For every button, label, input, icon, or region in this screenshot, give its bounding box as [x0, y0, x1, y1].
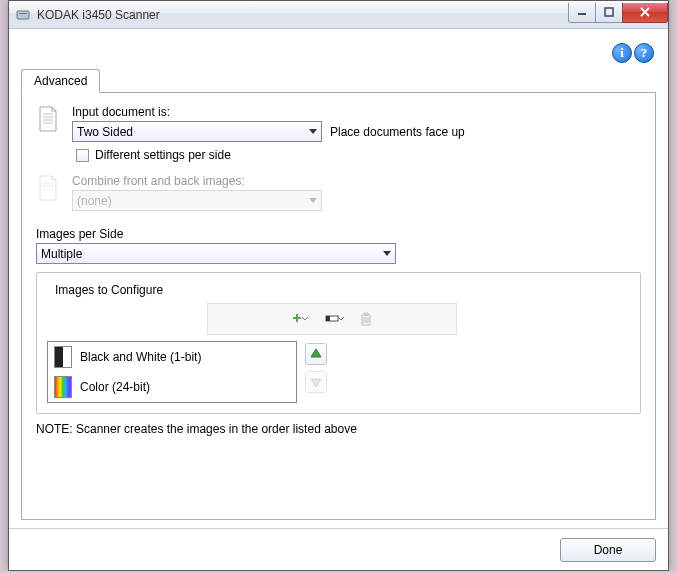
reorder-buttons	[305, 343, 327, 393]
mode-button[interactable]	[321, 308, 351, 330]
add-button[interactable]	[287, 308, 317, 330]
different-settings-row: Different settings per side	[76, 148, 641, 162]
app-icon	[15, 7, 31, 23]
minimize-button[interactable]	[568, 3, 596, 23]
input-document-select[interactable]: Two Sided	[72, 121, 322, 142]
tab-strip: Advanced	[21, 69, 656, 93]
list-item-label: Black and White (1-bit)	[80, 350, 201, 364]
footer: Done	[9, 528, 668, 570]
combine-label: Combine front and back images:	[72, 174, 641, 188]
bw-thumb-icon	[54, 346, 72, 368]
svg-rect-3	[605, 8, 613, 16]
document-icon	[36, 174, 60, 202]
maximize-button[interactable]	[595, 3, 623, 23]
list-item-label: Color (24-bit)	[80, 380, 150, 394]
tab-advanced[interactable]: Advanced	[21, 69, 100, 93]
help-icon[interactable]: ?	[634, 43, 654, 63]
svg-rect-0	[17, 11, 29, 19]
images-per-side-label: Images per Side	[36, 227, 641, 241]
client-area: i ? Advanced Input document is: Two Side…	[9, 29, 668, 528]
svg-rect-12	[326, 316, 330, 321]
delete-button[interactable]	[355, 308, 377, 330]
configure-list-area: Black and White (1-bit) Color (24-bit)	[47, 341, 630, 403]
svg-rect-1	[19, 13, 27, 14]
move-up-button[interactable]	[305, 343, 327, 365]
header-icons: i ?	[612, 43, 654, 63]
document-icon	[36, 105, 60, 133]
different-settings-checkbox[interactable]	[76, 149, 89, 162]
images-per-side-select-wrap: Multiple	[36, 243, 396, 264]
different-settings-label: Different settings per side	[95, 148, 231, 162]
images-per-side-select[interactable]: Multiple	[36, 243, 396, 264]
configure-listbox[interactable]: Black and White (1-bit) Color (24-bit)	[47, 341, 297, 403]
combine-select: (none)	[72, 190, 322, 211]
close-button[interactable]	[622, 3, 668, 23]
input-document-select-wrap: Two Sided	[72, 121, 322, 142]
window-title: KODAK i3450 Scanner	[37, 8, 569, 22]
order-note: NOTE: Scanner creates the images in the …	[36, 422, 641, 436]
window-buttons	[569, 3, 668, 23]
color-thumb-icon	[54, 376, 72, 398]
tab-body: Input document is: Two Sided Place docum…	[21, 93, 656, 520]
info-icon[interactable]: i	[612, 43, 632, 63]
input-document-label: Input document is:	[72, 105, 641, 119]
svg-rect-2	[578, 13, 586, 15]
move-down-button[interactable]	[305, 371, 327, 393]
configure-toolbar	[207, 303, 457, 335]
combine-select-wrap: (none)	[72, 190, 322, 211]
list-item[interactable]: Black and White (1-bit)	[48, 342, 296, 372]
images-to-configure-legend: Images to Configure	[51, 283, 167, 297]
titlebar: KODAK i3450 Scanner	[9, 1, 668, 29]
done-button[interactable]: Done	[560, 538, 656, 562]
app-window: KODAK i3450 Scanner i ? Advanced	[8, 0, 669, 571]
list-item[interactable]: Color (24-bit)	[48, 372, 296, 402]
input-document-hint: Place documents face up	[330, 125, 465, 139]
images-to-configure-group: Images to Configure	[36, 272, 641, 414]
